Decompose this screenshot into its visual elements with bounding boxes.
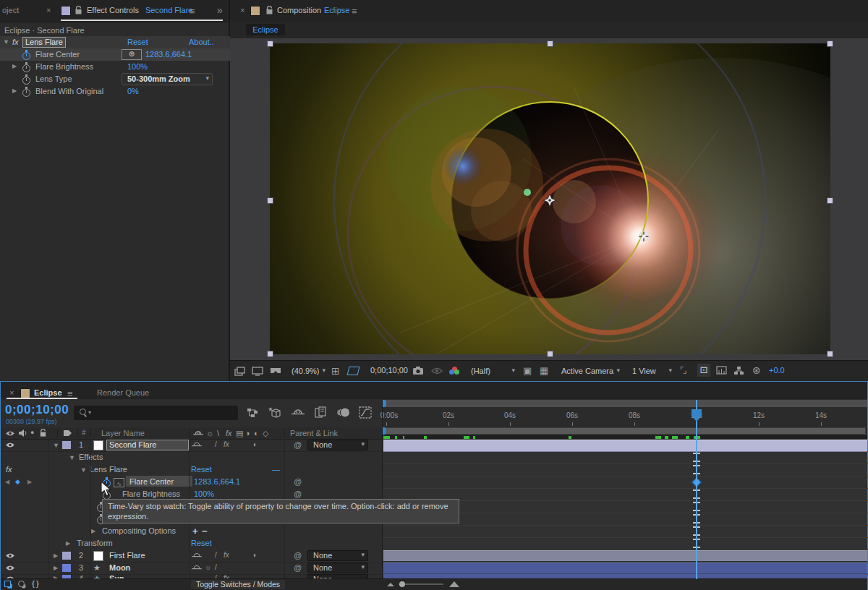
compositing-options-row[interactable]: ▶ Compositing Options + − xyxy=(1,525,383,537)
layer-expander-icon[interactable]: ▶ xyxy=(54,552,58,559)
collapse-switch[interactable]: ☼ xyxy=(205,563,211,571)
shy-switch-icon[interactable] xyxy=(192,565,202,571)
collapse-column-icon[interactable]: ☼ xyxy=(206,429,213,437)
expand-inout-columns-icon[interactable]: { } xyxy=(32,580,39,588)
magnification-dropdown[interactable]: (40.9%) ▾ xyxy=(286,365,329,377)
expand-transfer-controls-icon[interactable] xyxy=(18,581,25,587)
layer-expander-icon[interactable]: ▶ xyxy=(54,565,58,571)
selection-handle[interactable] xyxy=(827,40,833,47)
flare-brightness-value[interactable]: 100% xyxy=(127,62,148,71)
comp-mini-flowchart-icon[interactable] xyxy=(247,408,259,418)
adjustment-column-icon[interactable]: ◐ xyxy=(254,429,259,437)
comp-current-time[interactable]: 0;00;10;00 xyxy=(370,366,408,375)
layer-expander-icon[interactable]: ▼ xyxy=(53,442,59,449)
solo-column-icon[interactable]: ● xyxy=(30,429,34,436)
group-expander-icon[interactable]: ▶ xyxy=(66,540,70,547)
shy-column-icon[interactable] xyxy=(193,430,203,437)
lens-flare-effect-row[interactable]: fx ▼ Lens Flare Reset — xyxy=(1,463,383,476)
shy-layers-icon[interactable] xyxy=(292,409,305,417)
stacked-panels-icon[interactable] xyxy=(234,367,246,376)
work-area-bar[interactable] xyxy=(383,427,866,435)
share-view-icon[interactable]: ⌜⌟ xyxy=(680,365,685,375)
playhead-line[interactable] xyxy=(696,400,697,579)
group-label[interactable]: Transform xyxy=(77,539,113,547)
show-snapshot-icon[interactable] xyxy=(431,367,443,375)
effect-expander-icon[interactable]: ▼ xyxy=(3,38,9,46)
visibility-eye-icon[interactable] xyxy=(5,442,15,448)
active-camera-dropdown[interactable]: Active Camera ▾ xyxy=(556,365,624,377)
pick-whip-icon[interactable]: @ xyxy=(294,477,302,486)
motion-blur-switch[interactable]: ◑ xyxy=(252,440,256,448)
video-column-icon[interactable] xyxy=(5,430,15,437)
audio-column-icon[interactable] xyxy=(19,429,27,437)
lock-icon[interactable] xyxy=(75,6,82,15)
effect-reset-link[interactable]: Reset xyxy=(127,38,148,46)
tl-tab-close-icon[interactable]: × xyxy=(9,388,14,397)
timeline-zoom-slider-knob[interactable] xyxy=(399,581,405,587)
comp-tab-close-icon[interactable]: × xyxy=(240,6,244,14)
layer-row-moon[interactable]: ▶ 3 ★ Moon ☼ / @ None ▾ xyxy=(1,562,383,575)
shy-switch-icon[interactable] xyxy=(192,552,202,559)
pixel-aspect-correction-icon[interactable]: ⊡ xyxy=(697,364,710,377)
zoom-in-mountain-icon[interactable] xyxy=(449,581,459,587)
index-column-header[interactable]: # xyxy=(82,429,86,437)
work-area-start[interactable] xyxy=(383,427,386,435)
parent-link-column-header[interactable]: Parent & Link xyxy=(290,429,338,437)
motion-blur-column-icon[interactable]: ◑ xyxy=(245,429,250,437)
fx-column-icon[interactable]: fx xyxy=(226,429,232,437)
lock-column-icon[interactable] xyxy=(39,429,47,437)
tl-tab-eclipse[interactable]: Eclipse xyxy=(34,388,62,397)
quality-switch[interactable]: / xyxy=(215,563,217,571)
quality-switch[interactable]: / xyxy=(215,440,217,448)
show-channel-icon[interactable] xyxy=(449,367,459,375)
flare-center-property-row[interactable]: ◀ ◆ ▶ ∿ Flare Center 1283.6,664.1 @ xyxy=(1,476,383,488)
mini-flowchart-icon[interactable] xyxy=(733,366,744,375)
flare-center-stopwatch-icon[interactable] xyxy=(22,50,30,59)
flare-center-crosshair-button[interactable]: ⊕ xyxy=(122,49,142,60)
layer-name[interactable]: First Flare xyxy=(109,551,145,560)
effect-name-label[interactable]: Lens Flare xyxy=(90,465,127,474)
comp-tab-title[interactable]: Composition xyxy=(277,6,321,14)
comp-viewer-area[interactable] xyxy=(230,38,868,360)
selection-handle[interactable] xyxy=(267,197,273,204)
parent-dropdown[interactable]: None ▾ xyxy=(307,563,368,573)
transform-group-row[interactable]: ▶ Transform Reset xyxy=(1,537,383,550)
comp-tab-target[interactable]: Eclipse xyxy=(324,6,349,14)
effect-reset-link[interactable]: Reset xyxy=(191,465,212,474)
vr-goggles-icon[interactable] xyxy=(269,367,282,376)
region-of-interest-icon[interactable]: ▣ xyxy=(523,365,532,376)
ecp-tab-title[interactable]: Effect Controls xyxy=(87,6,139,14)
effect-expander-icon[interactable]: ▼ xyxy=(80,466,87,474)
resolution-dropdown[interactable]: (Half) ▾ xyxy=(465,365,519,377)
property-name[interactable]: Flare Center xyxy=(129,477,174,486)
blend-value[interactable]: 0% xyxy=(127,87,139,95)
comp-viewer-tab[interactable]: Eclipse xyxy=(246,24,285,35)
remove-option-icon[interactable]: − xyxy=(202,526,208,536)
layer-color-swatch[interactable] xyxy=(93,440,103,450)
rulers-icon[interactable] xyxy=(716,366,727,375)
graph-editor-icon[interactable] xyxy=(359,406,372,419)
lens-type-label[interactable]: Lens Type xyxy=(35,74,72,83)
flare-brightness-stopwatch-icon[interactable] xyxy=(22,62,30,72)
flare-center-label[interactable]: Flare Center xyxy=(35,50,80,59)
snapshot-camera-icon[interactable] xyxy=(412,366,424,375)
timeline-zoom-slider-track[interactable] xyxy=(399,583,443,585)
label-column-icon[interactable] xyxy=(63,429,72,437)
visibility-eye-icon[interactable] xyxy=(5,552,15,559)
add-option-icon[interactable]: + xyxy=(192,526,198,536)
cube-3d-column-icon[interactable]: ◇ xyxy=(263,429,268,438)
exposure-value[interactable]: +0.0 xyxy=(769,366,785,375)
frame-blend-column-icon[interactable]: ▤ xyxy=(236,429,243,438)
prev-keyframe-icon[interactable]: ◀ xyxy=(5,479,9,485)
selection-handle[interactable] xyxy=(827,197,833,204)
fx-switch[interactable]: fx xyxy=(224,551,229,559)
search-input[interactable]: ▾ xyxy=(74,406,238,420)
effect-about-link[interactable]: About.. xyxy=(189,38,214,46)
tl-tab-render-queue[interactable]: Render Queue xyxy=(97,388,149,397)
ecp-overflow-icon[interactable]: » xyxy=(217,4,223,16)
layer-bar-second-flare[interactable] xyxy=(383,440,867,452)
transparency-grid-icon[interactable]: ▦ xyxy=(540,365,548,376)
pick-whip-icon[interactable]: @ xyxy=(294,489,302,498)
work-area-start-handle[interactable] xyxy=(383,400,386,407)
fx-switch[interactable]: fx xyxy=(224,440,229,448)
